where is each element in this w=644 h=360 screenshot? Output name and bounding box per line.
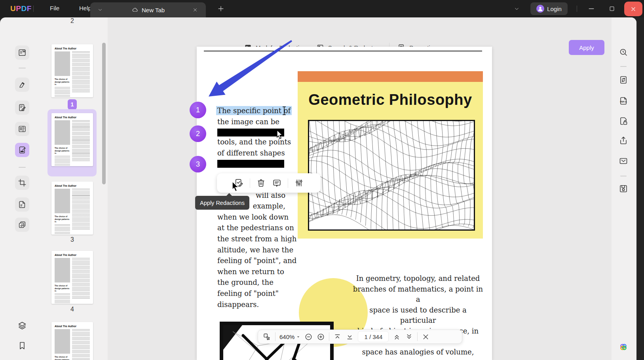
sidebar-item-crop[interactable] — [15, 176, 29, 190]
apply-button[interactable]: Apply — [569, 40, 604, 55]
sidebar-item-ai-assistant[interactable] — [619, 342, 628, 352]
step-number-annotation: 1 — [190, 102, 206, 118]
sidebar-item-pdfa[interactable]: PDF/A — [619, 96, 628, 106]
sidebar-item-organize[interactable] — [15, 122, 29, 136]
sidebar-item-redact[interactable] — [15, 143, 29, 157]
login-button[interactable]: Login — [530, 2, 568, 15]
text-line: The specific point of — [217, 105, 285, 116]
thumbnail-page[interactable]: About The Author The choice of design pa… — [51, 322, 93, 360]
login-label: Login — [547, 6, 562, 12]
tab-title: New Tab — [142, 7, 165, 13]
sidebar-item-search[interactable] — [619, 47, 628, 57]
maximize-button[interactable] — [608, 5, 616, 12]
redact-icon — [18, 146, 27, 154]
page-number-badge: 1 — [68, 99, 77, 110]
text-line: when we look down — [217, 212, 285, 223]
menu-help[interactable]: Help — [79, 5, 91, 11]
thumbnail-page[interactable]: About The Author The choice of design pa… — [51, 182, 93, 235]
comment-icon[interactable] — [272, 178, 282, 188]
tooltip: Apply Redactions — [195, 196, 249, 210]
scroll-to-top-button[interactable] — [333, 333, 342, 341]
close-navbar-button[interactable] — [422, 333, 430, 341]
thumbnail-subtitle: The choice of design patterns is — [55, 284, 70, 292]
page-navigation-bar: 640% 1 / 344 — [258, 330, 462, 344]
thumbnail-image-placeholder — [55, 189, 70, 213]
sidebar-item-mail[interactable] — [619, 156, 628, 166]
divider — [329, 332, 329, 341]
thumbnail-text-lines — [55, 224, 70, 235]
zoom-out-button[interactable] — [304, 333, 313, 341]
close-button[interactable] — [624, 2, 642, 16]
settings-sliders-icon[interactable] — [294, 178, 304, 188]
sidebar-item-layers[interactable] — [17, 321, 27, 330]
sidebar-item-edit[interactable] — [15, 100, 29, 115]
text-line: when we return to — [217, 266, 285, 277]
logo-letter: U — [10, 4, 16, 13]
sidebar-item-comment[interactable] — [15, 78, 29, 92]
thumbnail-image-placeholder — [55, 120, 70, 145]
mouse-cursor-black — [232, 181, 242, 193]
divider — [288, 178, 288, 188]
new-tab-button[interactable] — [217, 5, 225, 13]
sidebar-item-convert[interactable] — [619, 75, 628, 85]
thumbnail-page[interactable]: About The Author The choice of design pa… — [51, 44, 93, 97]
select-tool-icon[interactable] — [263, 333, 271, 341]
redaction-bar[interactable] — [217, 129, 285, 136]
zoom-level-control[interactable]: 640% — [279, 333, 300, 340]
scroll-to-bottom-button[interactable] — [346, 333, 354, 341]
thumbnail-text-lines — [72, 329, 90, 360]
mouse-cursor-white — [276, 130, 286, 140]
thumbnail-page[interactable]: About The Author The choice of design pa… — [51, 251, 93, 304]
divider — [19, 68, 26, 68]
text-line: disappears. — [217, 299, 285, 310]
page-number: 4 — [51, 306, 93, 313]
cloud-icon — [131, 6, 139, 13]
sidebar-item-share[interactable] — [619, 136, 628, 145]
sidebar-item-bookmark[interactable] — [17, 341, 27, 351]
document-title: Geometric Philosophy — [298, 91, 483, 108]
zoom-in-button[interactable] — [317, 333, 325, 341]
delete-icon[interactable] — [256, 178, 266, 188]
sidebar-item-fill-sign[interactable] — [15, 197, 29, 212]
thumbnail-title: About The Author — [55, 184, 90, 187]
text-line: altitude, we have the — [217, 244, 285, 256]
minimize-button[interactable] — [587, 5, 595, 13]
thumbnail-subtitle: The choice of design patterns is — [55, 356, 70, 360]
thumbnail-scrollbar[interactable] — [102, 43, 106, 184]
thumbnail-image-placeholder — [55, 51, 70, 76]
next-page-button[interactable] — [405, 333, 413, 341]
menu-file[interactable]: File — [50, 5, 59, 11]
thumbnail-text-lines — [55, 294, 70, 304]
text-line: space is used to describe a particular — [352, 305, 484, 326]
divider — [33, 6, 34, 12]
edit-icon — [18, 103, 27, 112]
sidebar-item-reader[interactable] — [15, 45, 29, 60]
thumbnail-text-lines — [72, 258, 90, 300]
thumbnail-text-lines — [72, 120, 90, 162]
thumbnail-text-lines — [55, 87, 70, 97]
orange-banner — [298, 71, 483, 82]
sidebar-item-save[interactable] — [619, 184, 628, 193]
zoom-level-value: 640% — [279, 333, 294, 340]
titlebar-chevron-down-icon[interactable] — [514, 6, 520, 12]
thumbnail-title: About The Author — [55, 325, 90, 328]
previous-page-button[interactable] — [393, 333, 401, 341]
thumbnail-text-lines — [72, 51, 90, 93]
thumbnail-image-placeholder — [55, 329, 70, 354]
page-number: 2 — [51, 17, 93, 25]
sidebar-item-protect[interactable] — [619, 116, 628, 126]
thumbnail-page[interactable]: About The Author The choice of design pa… — [51, 113, 93, 166]
avatar — [536, 5, 544, 13]
document-tab[interactable]: New Tab — [90, 2, 206, 17]
tab-close-icon[interactable] — [192, 7, 198, 13]
comment-icon — [18, 80, 27, 89]
tab-chevron-down-icon[interactable] — [97, 7, 103, 13]
batch-icon — [18, 220, 27, 229]
sidebar-item-batch[interactable] — [15, 218, 29, 232]
wavy-mesh-image — [308, 120, 475, 231]
page-indicator[interactable]: 1 / 344 — [358, 331, 389, 342]
blue-arrow-annotation — [198, 38, 297, 103]
text-line: feeling of "point", and — [217, 255, 285, 266]
divider — [577, 6, 577, 12]
redaction-bar[interactable] — [217, 160, 285, 168]
